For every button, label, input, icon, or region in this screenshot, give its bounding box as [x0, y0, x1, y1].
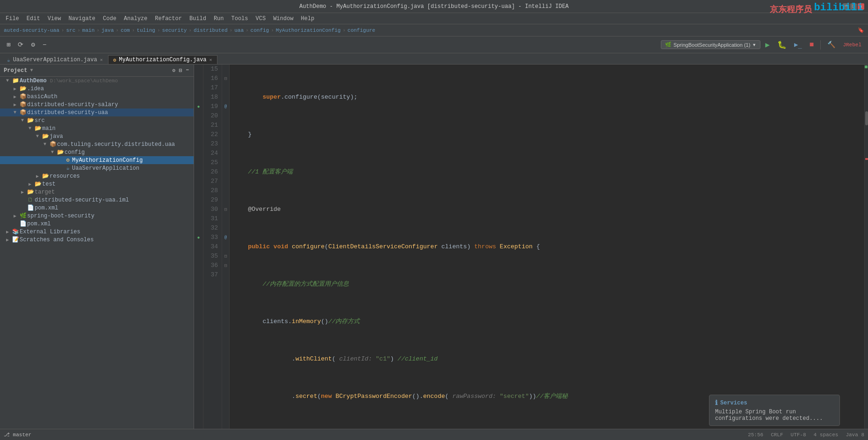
tree-basicauth[interactable]: ▶ 📦 basicAuth	[0, 93, 194, 101]
tree-src[interactable]: ▼ 📂 src	[0, 116, 194, 124]
fold-gutter: ⊟ @ ⊟ @ ⊟ ⊟	[222, 65, 230, 440]
gutter-37	[194, 270, 203, 280]
build-btn[interactable]: 🔨	[825, 39, 838, 50]
menu-code[interactable]: Code	[99, 14, 120, 23]
tree-myauthconfig[interactable]: ⚙ MyAuthorizationConfig	[0, 156, 194, 164]
tab-uaaserver[interactable]: ☕ UaaServerApplication.java ✕	[2, 55, 108, 64]
main-toolbar: ⊞ ⟳ ⚙ − 🌿 SpringBootSecurityApplication …	[0, 36, 868, 53]
tree-target[interactable]: ▶ 📂 target	[0, 188, 194, 196]
menu-vcs[interactable]: VCS	[252, 14, 270, 23]
crlf-indicator[interactable]: CRLF	[771, 432, 783, 438]
tree-scratches[interactable]: ▶ 📝 Scratches and Consoles	[0, 236, 194, 244]
tree-pom-uaa[interactable]: 📄 pom.xml	[0, 204, 194, 212]
sidebar-minimize-btn[interactable]: −	[185, 66, 190, 74]
breadcrumb-myauth[interactable]: MyAuthorizationConfig	[276, 28, 341, 33]
git-branch[interactable]: ⎇ master	[4, 432, 31, 438]
tree-pom-root[interactable]: 📄 pom.xml	[0, 220, 194, 228]
breadcrumb-uaa[interactable]: auted-security-uaa	[4, 28, 59, 33]
run-config-selector[interactable]: 🌿 SpringBootSecurityApplication (1) ▼	[661, 40, 760, 49]
fold-marker-21	[222, 121, 229, 130]
sync-btn[interactable]: ⟳	[15, 39, 26, 50]
breadcrumb-security[interactable]: security	[162, 28, 187, 33]
fold-marker-16[interactable]: ⊟	[222, 74, 229, 83]
gutter-run-19[interactable]: ●	[194, 102, 203, 111]
main-layout: Project ▼ ⚙ ⊟ − ▼ 📁 AuthDemo D:\work_spa…	[0, 65, 868, 440]
tree-uaaserver[interactable]: ☕ UaaServerApplication	[0, 164, 194, 172]
breadcrumb-uaa2[interactable]: uaa	[234, 28, 244, 33]
menu-run[interactable]: Run	[210, 14, 228, 23]
tab-myauthconfig[interactable]: ⚙ MyAuthorizationConfig.java ✕	[108, 55, 217, 64]
code-line-20: //内存配置的方式配置用户信息	[231, 280, 864, 289]
menu-build[interactable]: Build	[186, 14, 210, 23]
menu-tools[interactable]: Tools	[228, 14, 252, 23]
menu-file[interactable]: File	[2, 14, 23, 23]
src-folder-icon: 📂	[26, 117, 35, 124]
menu-edit[interactable]: Edit	[23, 14, 44, 23]
gutter-24	[194, 149, 203, 158]
fold-marker-24	[222, 149, 229, 158]
line-col-indicator[interactable]: 25:56	[748, 432, 763, 438]
iml-icon: 🗋	[26, 196, 35, 203]
tree-spring-boot-security[interactable]: ▶ 🌿 spring-boot-security	[0, 212, 194, 220]
menu-help[interactable]: Help	[297, 14, 318, 23]
fold-marker-30[interactable]: ⊟	[222, 205, 229, 214]
tree-authdemo[interactable]: ▼ 📁 AuthDemo D:\work_space\AuthDemo	[0, 77, 194, 85]
indent-indicator[interactable]: 4 spaces	[814, 432, 839, 438]
gear-icon[interactable]: ⚙	[28, 39, 37, 50]
sidebar-dropdown-icon[interactable]: ▼	[30, 68, 33, 73]
breadcrumb-config[interactable]: config	[251, 28, 269, 33]
tree-idea[interactable]: ▶ 📂 .idea	[0, 85, 194, 93]
tab-close-active-btn[interactable]: ✕	[210, 57, 212, 63]
minimize-pane-btn[interactable]: −	[40, 39, 49, 50]
tree-com-pkg[interactable]: ▼ 📦 com.tuling.security.distributed.uaa	[0, 140, 194, 148]
tree-resources[interactable]: ▶ 📂 resources	[0, 172, 194, 180]
menu-analyze[interactable]: Analyze	[120, 14, 151, 23]
run-coverage-btn[interactable]: ▶̲	[791, 39, 805, 50]
stop-button[interactable]: ■	[807, 39, 817, 51]
tree-config-pkg[interactable]: ▼ 📂 config	[0, 148, 194, 156]
tree-ext-libs[interactable]: ▶ 📚 External Libraries	[0, 228, 194, 236]
sidebar-settings-btn[interactable]: ⚙	[171, 66, 176, 74]
code-editor[interactable]: ● ● 15 16 17 18	[194, 65, 868, 440]
fold-marker-27	[222, 177, 229, 186]
breadcrumb-configure[interactable]: configure	[347, 28, 375, 33]
breadcrumb-distributed[interactable]: distributed	[194, 28, 228, 33]
menu-refactor[interactable]: Refactor	[151, 14, 186, 23]
services-popup[interactable]: ℹ Services Multiple Spring Boot run conf…	[709, 395, 840, 426]
breadcrumb-java[interactable]: java	[101, 28, 114, 33]
editor-scrollbar[interactable]	[864, 65, 868, 440]
gutter-15	[194, 65, 203, 74]
scrollbar-thumb[interactable]	[865, 111, 868, 125]
sidebar-toggle-btn[interactable]: ⊞	[4, 39, 13, 50]
menu-view[interactable]: View	[44, 14, 65, 23]
fold-marker-32	[222, 224, 229, 233]
encoding-indicator[interactable]: UTF-8	[791, 432, 806, 438]
menu-window[interactable]: Window	[269, 14, 297, 23]
run-button[interactable]: ▶	[762, 38, 773, 51]
breadcrumb-src[interactable]: src	[66, 28, 75, 33]
breadcrumb-com[interactable]: com	[121, 28, 130, 33]
menu-navigate[interactable]: Navigate	[65, 14, 99, 23]
gutter-run-33[interactable]: ●	[194, 233, 203, 242]
fold-marker-36[interactable]: ⊟	[222, 261, 229, 270]
sidebar-collapse-btn[interactable]: ⊟	[178, 66, 183, 74]
code-line-19: public void configure(ClientDetailsServi…	[231, 242, 864, 252]
debug-button[interactable]: 🐛	[774, 38, 789, 51]
code-content: super.configure(security); } //1 配置客户端 @…	[230, 65, 864, 440]
tree-main[interactable]: ▼ 📂 main	[0, 124, 194, 132]
breadcrumb-bookmark[interactable]: 🔖	[858, 27, 864, 33]
breadcrumb-main[interactable]: main	[82, 28, 94, 33]
tab-close-btn[interactable]: ✕	[100, 57, 103, 63]
fold-marker-35[interactable]: ⊟	[222, 252, 229, 261]
tree-test[interactable]: ▶ 📂 test	[0, 180, 194, 188]
gutter-26	[194, 167, 203, 177]
fold-marker-28	[222, 186, 229, 195]
breadcrumb: auted-security-uaa › src › main › java ›…	[0, 24, 868, 36]
tree-dist-sal[interactable]: ▶ 📦 distributed-security-salary	[0, 101, 194, 108]
spring-icon: 🌿	[665, 42, 672, 48]
tree-dist-uaa[interactable]: ▼ 📦 distributed-security-uaa	[0, 108, 194, 116]
fold-marker-25	[222, 158, 229, 167]
tree-dist-uaa-iml[interactable]: 🗋 distributed-security-uaa.iml	[0, 196, 194, 204]
breadcrumb-tuling[interactable]: tuling	[137, 28, 155, 33]
tree-java[interactable]: ▼ 📂 java	[0, 132, 194, 140]
